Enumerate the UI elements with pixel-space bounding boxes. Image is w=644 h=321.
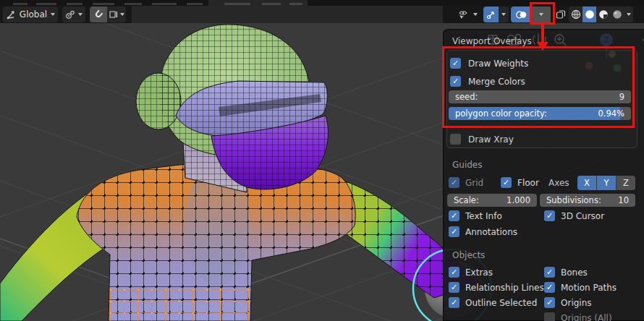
draw-xray-checkbox[interactable] <box>450 134 461 145</box>
gizmo-toggle[interactable] <box>483 7 499 22</box>
chevron-down-icon <box>501 13 506 16</box>
subdivisions-label: Subdivisions: <box>546 194 601 207</box>
annotations-checkbox[interactable] <box>449 226 459 237</box>
gizmo-icon <box>486 10 496 20</box>
objects-section-label: Objects <box>452 250 485 260</box>
grid-label: Grid <box>465 178 483 188</box>
grid-checkbox[interactable] <box>449 177 459 188</box>
show-gizmo-dropdown[interactable] <box>454 7 480 22</box>
gizmo-dropdown[interactable] <box>499 7 509 22</box>
axis-y-button[interactable]: Y <box>597 176 617 190</box>
subdivisions-field[interactable]: Subdivisions: 10 <box>540 194 635 207</box>
shading-wireframe-icon <box>571 9 581 20</box>
draw-xray-label: Draw Xray <box>468 134 514 145</box>
shading-rendered-icon <box>612 9 622 20</box>
snap-magnet-icon <box>93 9 103 20</box>
overlays-toggle[interactable] <box>511 7 531 22</box>
orientation-label: Global <box>20 9 47 20</box>
3d-cursor-label: 3D Cursor <box>561 211 604 221</box>
shading-solid-icon <box>585 9 595 20</box>
shading-group <box>569 7 633 22</box>
motion-paths-label: Motion Paths <box>561 283 617 293</box>
origins-label: Origins <box>561 298 592 308</box>
text-info-label: Text Info <box>465 211 502 221</box>
snap-group <box>90 7 126 22</box>
guides-section-label: Guides <box>452 160 483 170</box>
xray-toggle-icon <box>556 9 566 20</box>
scale-value: 1.000 <box>507 194 530 207</box>
shading-solid-button[interactable] <box>582 7 596 22</box>
bones-checkbox[interactable] <box>544 267 555 278</box>
origins-all-label: Origins (All) <box>561 313 612 321</box>
annotations-label: Annotations <box>465 227 517 237</box>
chevron-down-icon <box>120 13 124 16</box>
outline-selected-label: Outline Selected <box>465 298 537 308</box>
3d-cursor-checkbox[interactable] <box>544 210 555 221</box>
text-info-checkbox[interactable] <box>449 210 459 221</box>
selected-edge-loop <box>101 288 257 321</box>
chevron-down-icon <box>78 13 82 16</box>
transform-orientation-icon <box>6 9 16 20</box>
annotation-arrow-shaft <box>541 25 544 43</box>
axis-x-button[interactable]: X <box>577 176 597 190</box>
origins-all-checkbox[interactable] <box>544 312 555 321</box>
xray-toggle[interactable] <box>554 7 567 22</box>
relationship-lines-label: Relationship Lines <box>465 283 544 293</box>
svg-text:Z: Z <box>604 36 609 44</box>
extras-label: Extras <box>465 268 493 278</box>
pivot-point-dropdown[interactable] <box>62 7 85 22</box>
snap-magnet-toggle[interactable] <box>90 7 107 22</box>
show-gizmo-eye-icon <box>457 9 469 20</box>
scale-label: Scale: <box>454 194 479 207</box>
overlays-icon <box>515 10 528 20</box>
chevron-down-icon <box>51 13 55 16</box>
floor-checkbox[interactable] <box>501 177 512 188</box>
floor-label: Floor <box>517 178 539 188</box>
motion-paths-checkbox[interactable] <box>544 282 555 293</box>
chevron-down-icon <box>627 13 631 16</box>
shading-rendered-button[interactable] <box>610 7 624 22</box>
bones-label: Bones <box>561 268 588 278</box>
gizmo-group <box>483 7 509 22</box>
pivot-point-icon <box>65 9 75 20</box>
axes-segmented-control: X Y Z <box>577 176 635 190</box>
shading-material-icon <box>598 9 609 20</box>
scale-field[interactable]: Scale: 1.000 <box>447 194 537 207</box>
shading-dropdown[interactable] <box>624 7 633 22</box>
proportional-editing-dropdown[interactable] <box>107 7 126 22</box>
axes-label: Axes <box>548 178 569 188</box>
popover-title: Viewport Overlays <box>452 36 532 46</box>
origins-checkbox[interactable] <box>544 297 555 308</box>
blender-window: Global <box>0 0 644 321</box>
extras-checkbox[interactable] <box>449 267 459 278</box>
subdivisions-value: 10 <box>618 194 629 207</box>
annotation-box-settings <box>442 46 635 128</box>
chevron-down-icon <box>473 13 478 16</box>
relationship-lines-checkbox[interactable] <box>449 282 459 293</box>
shading-wireframe-button[interactable] <box>569 7 582 22</box>
shading-material-button[interactable] <box>596 7 610 22</box>
proportional-falloff-icon <box>109 10 118 19</box>
axis-z-button[interactable]: Z <box>617 176 635 190</box>
annotation-box-dropdown <box>530 2 555 25</box>
outline-selected-checkbox[interactable] <box>449 297 459 308</box>
transform-orientation-dropdown[interactable]: Global <box>3 7 58 22</box>
